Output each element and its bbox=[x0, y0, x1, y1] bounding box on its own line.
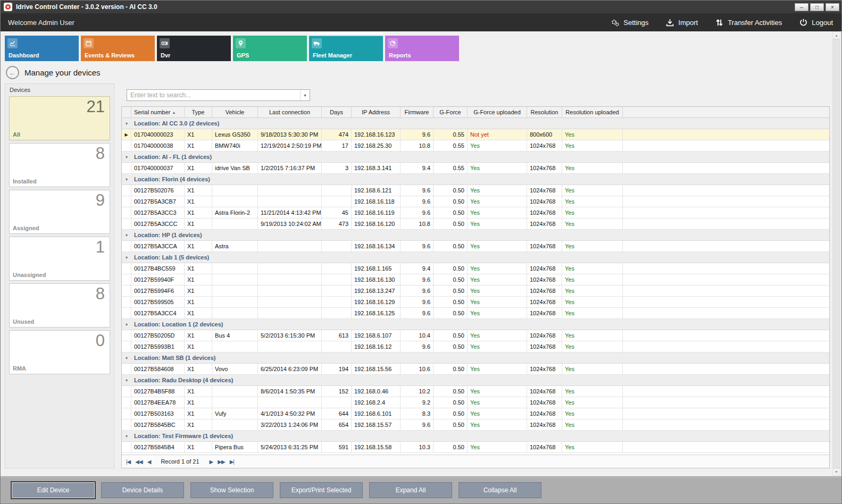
device-row[interactable]: 00127B5A3CCAX1Astra192.168.16.1349.60.50… bbox=[122, 241, 829, 252]
module-tabs: DashboardEvents & ReviewsDvrGPSFleet Man… bbox=[1, 31, 841, 64]
scroll-up-icon[interactable]: ▲ bbox=[835, 32, 838, 39]
device-filter-unassigned[interactable]: 1Unassigned bbox=[9, 237, 110, 281]
group-row[interactable]: ▾Location: AI - FL (1 devices) bbox=[122, 152, 829, 163]
close-button[interactable]: × bbox=[826, 3, 839, 11]
search-input[interactable] bbox=[127, 90, 300, 100]
cell-g-force-uploaded: Yes bbox=[468, 297, 527, 307]
import-label: Import bbox=[678, 19, 698, 27]
device-row[interactable]: 00127B5845BCX13/22/2013 1:24:06 PM654192… bbox=[122, 419, 829, 431]
scroll-down-icon[interactable]: ▼ bbox=[835, 468, 838, 475]
column-header-g-force[interactable]: G-Force bbox=[433, 107, 468, 117]
edit-device-button[interactable]: Edit Device bbox=[12, 482, 95, 498]
expand-all-button[interactable]: Expand All bbox=[369, 482, 452, 498]
device-filter-unused[interactable]: 8Unused bbox=[9, 283, 110, 327]
topbar-action-settings[interactable]: Settings bbox=[611, 18, 648, 27]
cell-serial: 017040000038 bbox=[131, 140, 185, 151]
cell-resolution: 1024x768 bbox=[527, 330, 562, 341]
topbar-action-logout[interactable]: Logout bbox=[799, 18, 833, 27]
cell-type: X1 bbox=[185, 341, 212, 352]
device-row[interactable]: 00127B50205DX1Bus 45/2/2013 6:15:30 PM61… bbox=[122, 330, 829, 341]
column-header-resolution-uploaded[interactable]: Resolution uploaded bbox=[562, 107, 623, 117]
device-row[interactable]: 00127B584608X1Vovo6/25/2014 6:23:09 PM19… bbox=[122, 364, 829, 375]
column-header-last-connection[interactable]: Last connection bbox=[258, 107, 322, 117]
device-details-button[interactable]: Device Details bbox=[101, 482, 184, 498]
device-row[interactable]: 00127B59940FX1192.168.16.1309.60.50Yes10… bbox=[122, 274, 829, 285]
settings-label: Settings bbox=[623, 19, 648, 27]
column-header-type[interactable]: Type bbox=[185, 107, 212, 117]
column-header-serial-number[interactable]: Serial number▲ bbox=[131, 107, 185, 117]
tab-reports[interactable]: Reports bbox=[385, 36, 459, 61]
group-row[interactable]: ▾Location: Location 1 (2 devices) bbox=[122, 319, 829, 330]
next-record-button[interactable]: ▶ bbox=[210, 459, 213, 465]
group-row[interactable]: ▾Location: Lab 1 (5 devices) bbox=[122, 252, 829, 263]
device-row[interactable]: 00127B5845B4X1Pipera Bus5/24/2013 6:31:2… bbox=[122, 442, 829, 453]
topbar-action-import[interactable]: Import bbox=[665, 18, 698, 27]
device-row[interactable]: 00127B4BC559X1192.168.1.1659.40.50Yes102… bbox=[122, 263, 829, 274]
cell-ip-address: 192.168.13.247 bbox=[352, 285, 401, 296]
titlebar: Idrive Control Center - 3.0.2 version - … bbox=[1, 1, 841, 13]
cell-ip-address: 192.168.16.123 bbox=[352, 129, 401, 140]
maximize-button[interactable]: □ bbox=[810, 3, 824, 11]
device-filter-rma[interactable]: 0RMA bbox=[9, 330, 110, 374]
device-row[interactable]: 00127B4EEA78X1192.168.2.49.20.50Yes1024x… bbox=[122, 397, 829, 408]
column-header-days[interactable]: Days bbox=[322, 107, 352, 117]
column-header-g-force-uploaded[interactable]: G-Force uploaded bbox=[468, 107, 527, 117]
row-filler bbox=[623, 140, 829, 151]
show-selection-button[interactable]: Show Selection bbox=[190, 482, 273, 498]
previous-record-button[interactable]: ◀ bbox=[147, 459, 151, 465]
group-row[interactable]: ▾Location: Test Firmware (1 devices) bbox=[122, 431, 829, 442]
group-label: Location: Matt SB (1 devices) bbox=[134, 355, 215, 361]
cell-last-connection: 4/1/2013 4:50:32 PM bbox=[258, 408, 322, 419]
device-row[interactable]: 00127B5A3CC4X1192.168.16.1259.60.50Yes10… bbox=[122, 308, 829, 319]
group-row[interactable]: ▾Location: Florin (4 devices) bbox=[122, 174, 829, 185]
vertical-scrollbar[interactable]: ▲ ▼ bbox=[832, 31, 840, 476]
cell-firmware: 9.6 bbox=[401, 129, 433, 140]
tab-dvr[interactable]: Dvr bbox=[157, 36, 231, 61]
cell-last-connection bbox=[258, 341, 322, 352]
row-indicator bbox=[122, 263, 131, 274]
device-row[interactable]: 00127B502076X1192.168.6.1219.60.50Yes102… bbox=[122, 185, 829, 196]
collapse-all-button[interactable]: Collapse All bbox=[458, 482, 541, 498]
device-row[interactable]: 00127B503163X1Vufy4/1/2013 4:50:32 PM644… bbox=[122, 408, 829, 419]
scrollbar-thumb[interactable] bbox=[833, 39, 840, 468]
minimize-button[interactable]: – bbox=[795, 3, 808, 11]
device-row[interactable]: 017040000038X1BMW740i12/19/2014 2:50:19 … bbox=[122, 140, 829, 152]
group-row[interactable]: ▾Location: HP (1 devices) bbox=[122, 230, 829, 241]
last-record-button[interactable]: ▶| bbox=[230, 459, 234, 465]
column-header-vehicle[interactable]: Vehicle bbox=[212, 107, 258, 117]
device-row[interactable]: 00127B599505X1192.168.16.1299.60.50Yes10… bbox=[122, 297, 829, 308]
dropdown-arrow-icon[interactable]: ▼ bbox=[300, 90, 310, 100]
previous-page-button[interactable]: ◀◀ bbox=[135, 459, 142, 465]
device-row[interactable]: 00127B5A3CC3X1Astra Florin-211/21/2014 4… bbox=[122, 207, 829, 219]
cell-type: X1 bbox=[185, 207, 212, 218]
cell-g-force: 0.50 bbox=[433, 442, 468, 452]
device-row[interactable]: 017040000037X1idrive Van SB1/2/2015 7:16… bbox=[122, 163, 829, 174]
device-row[interactable]: 00127B5994F6X1192.168.13.2479.60.50Yes10… bbox=[122, 285, 829, 297]
device-row[interactable]: ▶017040000023X1Lexus GS3509/18/2013 5:30… bbox=[122, 129, 829, 140]
device-filter-installed[interactable]: 8Installed bbox=[9, 143, 110, 187]
tab-dashboard[interactable]: Dashboard bbox=[5, 36, 79, 61]
cell-vehicle bbox=[212, 185, 258, 196]
device-row[interactable]: 00127B5A3CB7X1192.168.16.1189.60.50Yes10… bbox=[122, 196, 829, 207]
group-row[interactable]: ▾Location: Radu Desktop (4 devices) bbox=[122, 375, 829, 386]
column-header-ip-address[interactable]: IP Address bbox=[352, 107, 401, 117]
cell-firmware: 10.8 bbox=[401, 140, 433, 151]
next-page-button[interactable]: ▶▶ bbox=[218, 459, 224, 465]
back-button[interactable]: ← bbox=[6, 66, 19, 79]
export-print-selected-button[interactable]: Export/Print Selected bbox=[280, 482, 363, 498]
device-filter-assigned[interactable]: 9Assigned bbox=[9, 190, 110, 234]
tab-fleet-manager[interactable]: Fleet Manager bbox=[309, 36, 383, 61]
device-row[interactable]: 00127B5993B1X1192.168.16.129.60.50Yes102… bbox=[122, 341, 829, 352]
first-record-button[interactable]: |◀ bbox=[126, 459, 130, 465]
column-header-firmware[interactable]: Firmware bbox=[401, 107, 433, 117]
device-row[interactable]: 00127B4B5F88X18/6/2014 1:50:35 PM152192.… bbox=[122, 386, 829, 397]
topbar-action-transfer-activities[interactable]: Transfer Activities bbox=[715, 18, 782, 27]
column-header-resolution[interactable]: Resolution bbox=[527, 107, 562, 117]
tab-gps[interactable]: GPS bbox=[233, 36, 307, 61]
device-filter-all[interactable]: 21All bbox=[9, 96, 110, 140]
group-row[interactable]: ▾Location: Matt SB (1 devices) bbox=[122, 352, 829, 364]
tab-events-reviews[interactable]: Events & Reviews bbox=[81, 36, 155, 61]
group-row[interactable]: ▾Location: AI CC 3.0 (2 devices) bbox=[122, 118, 829, 129]
device-row[interactable]: 00127B5A3CCCX19/19/2013 10:24:02 AM47319… bbox=[122, 219, 829, 230]
cell-days bbox=[322, 185, 352, 196]
